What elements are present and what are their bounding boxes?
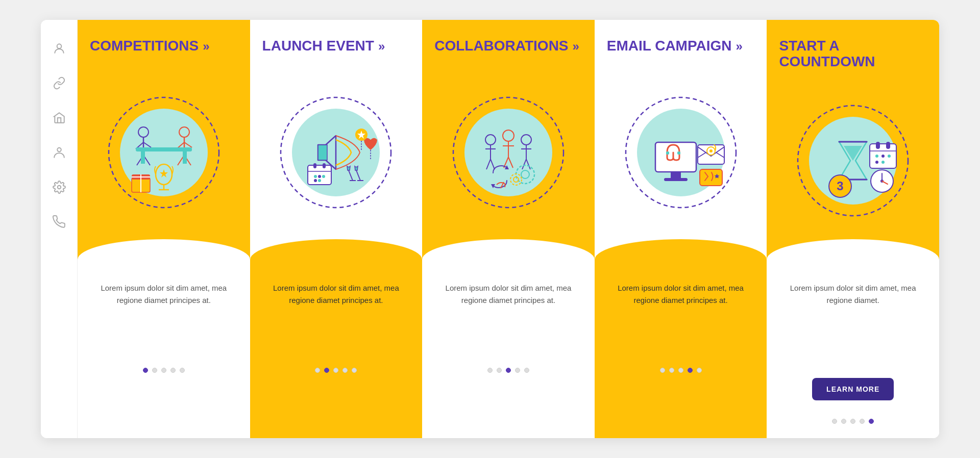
dot-5b — [352, 368, 357, 373]
launch-dots — [315, 368, 357, 373]
dot-3b — [333, 368, 338, 373]
svg-point-36 — [318, 175, 321, 178]
svg-rect-68 — [700, 169, 722, 186]
launch-svg — [277, 94, 395, 211]
competitions-svg — [105, 94, 223, 211]
dot-1d — [660, 368, 665, 373]
collab-content: Lorem ipsum dolor sit dim amet, mea regi… — [422, 260, 595, 438]
dot-1 — [143, 368, 148, 373]
wave-5 — [767, 239, 939, 260]
card-competitions: COMPETITIONS » — [78, 20, 250, 438]
competitions-dots — [143, 368, 185, 373]
collab-illustration — [434, 66, 582, 239]
svg-point-1 — [57, 148, 61, 152]
dot-4b — [342, 368, 348, 373]
card-countdown: START A COUNTDOWN — [767, 20, 939, 438]
svg-point-80 — [881, 161, 885, 164]
dot-2c — [497, 368, 502, 373]
svg-point-67 — [709, 149, 713, 152]
svg-point-35 — [314, 175, 317, 178]
email-illustration — [607, 66, 755, 239]
dot-2 — [152, 368, 157, 373]
dot-3 — [161, 368, 166, 373]
competitions-chevron: » — [203, 39, 209, 54]
svg-point-39 — [318, 179, 321, 182]
home-icon[interactable] — [51, 110, 67, 126]
competitions-title: COMPETITIONS — [90, 38, 199, 54]
wave-2 — [250, 239, 423, 260]
countdown-dots — [832, 419, 874, 424]
user-icon[interactable] — [51, 40, 67, 57]
launch-illustration — [262, 66, 410, 239]
svg-rect-62 — [677, 151, 680, 155]
svg-point-38 — [314, 179, 317, 182]
countdown-body: Lorem ipsum dolor sit dim amet, mea regi… — [779, 282, 927, 307]
svg-rect-58 — [655, 142, 696, 172]
phone-icon[interactable] — [51, 214, 67, 230]
launch-chevron: » — [378, 39, 385, 54]
launch-content: Lorem ipsum dolor sit dim amet, mea regi… — [250, 260, 423, 438]
dot-4c — [515, 368, 520, 373]
dot-2b — [324, 368, 329, 373]
svg-rect-33 — [313, 163, 316, 168]
wave-4 — [595, 239, 767, 260]
countdown-title: START A COUNTDOWN — [779, 38, 875, 70]
dot-5d — [697, 368, 702, 373]
svg-rect-17 — [136, 147, 192, 151]
outer-wrapper: COMPETITIONS » — [0, 0, 980, 458]
dot-5e — [869, 419, 874, 424]
launch-body: Lorem ipsum dolor sit dim amet, mea regi… — [262, 282, 410, 307]
card-launch-event: LAUNCH EVENT » — [250, 20, 423, 438]
person-icon[interactable] — [51, 144, 67, 161]
collab-dots — [487, 368, 529, 373]
svg-rect-75 — [886, 142, 890, 149]
svg-rect-30 — [318, 145, 327, 160]
countdown-illustration: 3 — [779, 82, 927, 239]
card-email: EMAIL CAMPAIGN » — [595, 20, 767, 438]
dot-3e — [850, 419, 855, 424]
wave-3 — [422, 239, 595, 260]
dot-2d — [669, 368, 674, 373]
learn-more-section: LEARN MORE — [779, 378, 927, 424]
dot-1c — [487, 368, 493, 373]
card-collaborations: COLLABORATIONS » — [422, 20, 595, 438]
svg-point-79 — [875, 161, 878, 164]
svg-point-0 — [57, 44, 61, 48]
dot-1b — [315, 368, 320, 373]
dot-3d — [678, 368, 683, 373]
svg-rect-60 — [664, 178, 688, 181]
countdown-svg: 3 — [794, 102, 912, 219]
competitions-title-row: COMPETITIONS » — [90, 38, 238, 54]
learn-more-button[interactable]: LEARN MORE — [812, 378, 894, 400]
dot-2e — [841, 419, 846, 424]
email-svg — [622, 94, 740, 211]
svg-point-2 — [57, 186, 61, 189]
svg-point-37 — [322, 175, 325, 178]
svg-rect-61 — [666, 151, 669, 155]
dot-4 — [170, 368, 176, 373]
svg-rect-74 — [876, 142, 880, 149]
dot-4d — [688, 368, 693, 373]
svg-rect-19 — [183, 151, 187, 164]
competitions-body: Lorem ipsum dolor sit dim amet, mea regi… — [90, 282, 238, 307]
sidebar — [41, 20, 78, 438]
svg-rect-59 — [671, 172, 681, 178]
svg-rect-18 — [141, 151, 145, 164]
collab-svg — [450, 94, 567, 211]
email-chevron: » — [736, 39, 743, 54]
svg-point-78 — [888, 155, 891, 158]
dot-4e — [860, 419, 865, 424]
dot-3c — [506, 368, 511, 373]
dot-5c — [524, 368, 529, 373]
svg-point-77 — [881, 155, 885, 158]
countdown-title-row: START A COUNTDOWN — [779, 38, 927, 70]
link-icon[interactable] — [51, 75, 67, 91]
email-content: Lorem ipsum dolor sit dim amet, mea regi… — [595, 260, 767, 438]
collab-chevron: » — [573, 39, 579, 54]
svg-text:3: 3 — [837, 179, 843, 193]
email-title: EMAIL CAMPAIGN — [607, 38, 732, 54]
dot-1e — [832, 419, 837, 424]
cards-container: COMPETITIONS » — [78, 20, 939, 438]
countdown-content: Lorem ipsum dolor sit dim amet, mea regi… — [767, 260, 939, 438]
gear-icon[interactable] — [51, 179, 67, 195]
